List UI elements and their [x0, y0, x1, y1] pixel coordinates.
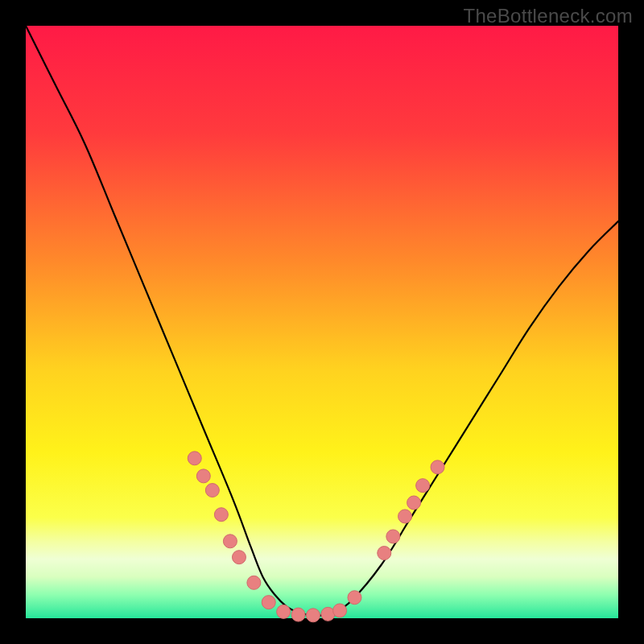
data-marker-left-cluster — [205, 484, 219, 497]
bottleneck-curve — [26, 26, 618, 616]
data-marker-left-cluster — [262, 596, 275, 609]
curve-layer — [26, 26, 618, 618]
data-marker-right-cluster — [378, 547, 391, 560]
data-marker-left-cluster — [232, 551, 246, 564]
plot-area — [26, 26, 618, 618]
data-marker-right-cluster — [407, 496, 421, 510]
data-marker-left-cluster — [214, 508, 228, 522]
data-marker-left-cluster — [188, 452, 201, 465]
data-marker-right-cluster — [386, 530, 400, 543]
data-marker-right-cluster — [348, 591, 361, 605]
data-marker-right-cluster — [416, 479, 430, 493]
watermark-text: TheBottleneck.com — [463, 5, 633, 27]
data-marker-bottom-flat — [306, 609, 320, 622]
data-marker-right-cluster — [398, 510, 412, 523]
chart-frame: TheBottleneck.com — [0, 0, 644, 644]
data-marker-bottom-flat — [333, 604, 347, 617]
data-marker-bottom-flat — [291, 608, 305, 621]
data-marker-left-cluster — [247, 576, 261, 589]
data-marker-left-cluster — [196, 469, 210, 483]
data-marker-right-cluster — [431, 460, 444, 474]
data-marker-left-cluster — [223, 535, 237, 548]
data-marker-bottom-flat — [277, 605, 291, 618]
